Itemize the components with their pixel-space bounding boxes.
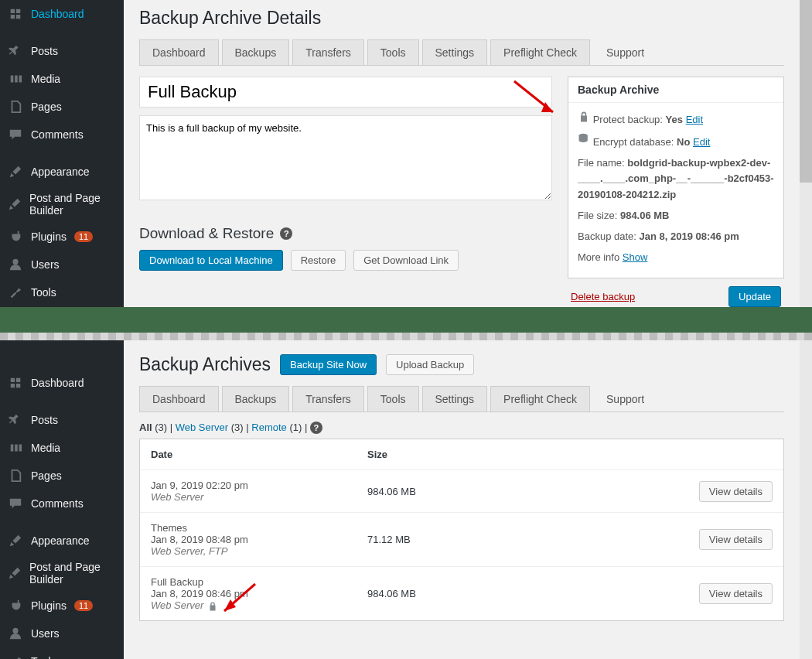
protect-edit-link[interactable]: Edit <box>686 114 703 125</box>
backup-now-button[interactable]: Backup Site Now <box>280 354 377 375</box>
sidebar-item-plugins[interactable]: Plugins 11 <box>0 223 124 251</box>
wrench-icon <box>8 654 23 659</box>
download-button[interactable]: Download to Local Machine <box>139 250 283 271</box>
sidebar-item-pages[interactable]: Pages <box>0 93 124 121</box>
sidebar-item-dashboard[interactable]: Dashboard <box>0 369 124 397</box>
view-details-button[interactable]: View details <box>699 481 773 502</box>
filter-web-count: (3) <box>231 422 244 433</box>
sidebar-item-plugins[interactable]: Plugins 11 <box>0 592 124 620</box>
sidebar-item-comments[interactable]: Comments <box>0 121 124 149</box>
table-row: Full Backup Jan 8, 2019 08:46 pm Web Ser… <box>140 566 783 620</box>
plugin-icon <box>8 229 23 244</box>
tab-preflight check[interactable]: Preflight Check <box>490 386 590 411</box>
filter-remote[interactable]: Remote <box>251 422 287 433</box>
col-date: Date <box>151 449 367 460</box>
backup-archives-pane: Backup Archives Backup Site Now Upload B… <box>124 340 800 659</box>
sidebar-item-post and page builder[interactable]: Post and Page Builder <box>0 186 124 223</box>
backup-description-textarea[interactable]: This is a full backup of my website. <box>139 115 552 200</box>
tab-backups[interactable]: Backups <box>222 39 290 65</box>
tab-backups[interactable]: Backups <box>222 386 290 411</box>
table-row: Themes Jan 8, 2019 08:48 pm Web Server, … <box>140 512 783 566</box>
table-row: Jan 9, 2019 02:20 pm Web Server 984.06 M… <box>140 469 783 512</box>
restore-button[interactable]: Restore <box>291 250 346 271</box>
tab-support[interactable]: Support <box>593 386 657 411</box>
delete-backup-link[interactable]: Delete backup <box>571 291 635 302</box>
tab-tools[interactable]: Tools <box>367 39 419 65</box>
pin-icon <box>8 412 23 428</box>
get-link-button[interactable]: Get Download Link <box>353 250 459 271</box>
filter-web[interactable]: Web Server <box>176 422 228 433</box>
row-location: Web Server, FTP <box>151 545 367 557</box>
tab-settings[interactable]: Settings <box>422 39 488 65</box>
sidebar-item-pages[interactable]: Pages <box>0 462 124 490</box>
sidebar-item-label: Plugins <box>31 230 67 243</box>
row-title: Themes <box>151 522 367 534</box>
help-icon[interactable]: ? <box>310 422 322 434</box>
tab-dashboard[interactable]: Dashboard <box>139 386 219 411</box>
sidebar-item-label: Media <box>31 73 60 85</box>
sidebar-item-tools[interactable]: Tools <box>0 278 124 306</box>
filesize-label: File size: <box>578 210 617 221</box>
update-button[interactable]: Update <box>728 286 781 307</box>
backup-title-input[interactable] <box>139 77 552 108</box>
sidebar-item-appearance[interactable]: Appearance <box>0 527 124 555</box>
encrypt-label: Encrypt database: <box>593 136 674 148</box>
brush-icon <box>8 196 22 212</box>
view-details-button[interactable]: View details <box>699 529 773 550</box>
sidebar-item-dashboard[interactable]: Dashboard <box>0 0 124 28</box>
download-restore-heading: Download & Restore ? <box>139 225 552 242</box>
plugin-badge: 11 <box>74 600 93 611</box>
tab-preflight check[interactable]: Preflight Check <box>490 39 590 65</box>
sidebar-item-media[interactable]: Media <box>0 65 124 93</box>
moreinfo-link[interactable]: Show <box>623 251 648 263</box>
tab-settings[interactable]: Settings <box>422 386 488 411</box>
view-details-button[interactable]: View details <box>699 583 773 604</box>
page-title: Backup Archives Backup Site Now Upload B… <box>139 347 784 386</box>
upload-backup-button[interactable]: Upload Backup <box>386 354 474 375</box>
lock-icon <box>207 600 218 611</box>
sidebar-item-label: Post and Page Builder <box>29 192 116 217</box>
scrollbar-track <box>800 340 812 659</box>
comments-icon <box>8 496 23 511</box>
pin-icon <box>8 43 23 59</box>
tab-bar: DashboardBackupsTransfersToolsSettingsPr… <box>139 386 784 412</box>
sidebar-item-label: Post and Page Builder <box>29 561 116 586</box>
metabox-heading: Backup Archive <box>568 77 783 103</box>
sidebar-item-tools[interactable]: Tools <box>0 647 124 659</box>
row-date: Jan 9, 2019 02:20 pm <box>151 480 367 491</box>
scrollbar-thumb[interactable] <box>800 0 812 183</box>
backupdate-value: Jan 8, 2019 08:46 pm <box>640 230 739 242</box>
sidebar-item-media[interactable]: Media <box>0 434 124 462</box>
sidebar-item-label: Comments <box>31 497 84 510</box>
filename-label: File name: <box>578 157 625 169</box>
sidebar-item-label: Pages <box>31 469 62 482</box>
sidebar-item-comments[interactable]: Comments <box>0 490 124 517</box>
brush-icon <box>8 164 23 179</box>
tab-tools[interactable]: Tools <box>367 386 419 411</box>
sidebar-item-appearance[interactable]: Appearance <box>0 158 124 186</box>
sidebar-item-posts[interactable]: Posts <box>0 406 124 434</box>
row-title: Full Backup <box>151 576 367 588</box>
sidebar-item-users[interactable]: Users <box>0 620 124 647</box>
sidebar-item-posts[interactable]: Posts <box>0 37 124 65</box>
database-icon <box>578 133 590 145</box>
tab-transfers[interactable]: Transfers <box>292 39 364 65</box>
media-icon <box>8 440 23 456</box>
row-date: Jan 8, 2019 08:46 pm <box>151 588 367 599</box>
user-icon <box>8 257 23 272</box>
row-location: Web Server <box>151 599 367 611</box>
col-size: Size <box>367 449 584 460</box>
sidebar-item-users[interactable]: Users <box>0 251 124 278</box>
sidebar-item-label: Appearance <box>31 166 90 178</box>
tab-support[interactable]: Support <box>593 39 657 65</box>
encrypt-edit-link[interactable]: Edit <box>693 136 710 148</box>
filter-all[interactable]: All <box>139 422 152 433</box>
tab-dashboard[interactable]: Dashboard <box>139 39 219 65</box>
sidebar-item-post and page builder[interactable]: Post and Page Builder <box>0 555 124 592</box>
sidebar-item-label: Dashboard <box>31 8 84 20</box>
help-icon[interactable]: ? <box>280 227 292 240</box>
filter-line: All (3) | Web Server (3) | Remote (1) | … <box>139 422 784 434</box>
sidebar-item-label: Appearance <box>31 534 90 547</box>
tab-bar: DashboardBackupsTransfersToolsSettingsPr… <box>139 39 784 66</box>
tab-transfers[interactable]: Transfers <box>292 386 364 411</box>
